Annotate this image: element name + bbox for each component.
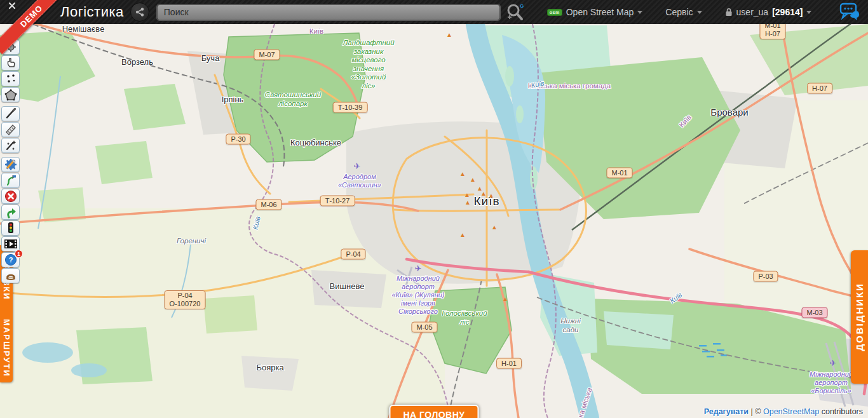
map-toolbar: ? 1 bbox=[1, 39, 20, 284]
header-bar: DEMO Логістика G osm Open Street Map bbox=[0, 0, 868, 24]
scales-icon bbox=[4, 269, 17, 282]
settings-button[interactable] bbox=[1, 157, 20, 172]
osm-mini-icon: osm bbox=[547, 9, 562, 16]
home-button[interactable]: НА ГОЛОВНУ bbox=[389, 405, 478, 418]
film-play-icon bbox=[4, 238, 18, 250]
lock-icon bbox=[725, 8, 733, 17]
brush-icon bbox=[5, 108, 17, 119]
traffic-light-icon bbox=[5, 222, 17, 234]
chevron-down-icon bbox=[806, 11, 811, 14]
map-canvas[interactable] bbox=[0, 24, 868, 418]
chat-icon bbox=[839, 3, 862, 22]
copyright-symbol: © bbox=[755, 407, 761, 416]
service-menu-label: Сервіс bbox=[665, 7, 693, 17]
search-input[interactable] bbox=[157, 4, 500, 20]
gear-wrench-icon bbox=[4, 158, 17, 171]
chat-button[interactable] bbox=[839, 3, 862, 24]
route-icon bbox=[5, 175, 17, 186]
pan-button[interactable] bbox=[1, 55, 20, 71]
chevron-down-icon bbox=[637, 11, 642, 14]
tab-directories[interactable]: ДОВІДНИКИ bbox=[851, 250, 868, 384]
user-id: [29614] bbox=[772, 7, 803, 17]
measure-button[interactable] bbox=[1, 122, 20, 137]
points-button[interactable] bbox=[1, 71, 20, 86]
wand-icon bbox=[4, 140, 17, 151]
route-button[interactable] bbox=[1, 173, 20, 188]
map-provider-label: Open Street Map bbox=[566, 7, 634, 17]
traffic-button[interactable] bbox=[1, 220, 20, 236]
close-icon[interactable] bbox=[8, 1, 17, 10]
map-provider-menu[interactable]: osm Open Street Map bbox=[547, 7, 643, 17]
dots-icon bbox=[5, 73, 17, 84]
tab-routes[interactable]: МАРШРУТИ bbox=[2, 314, 11, 382]
user-name: user_ua bbox=[736, 7, 769, 17]
osm-link[interactable]: OpenStreetMap bbox=[763, 407, 819, 416]
attribution-separator: | bbox=[751, 407, 753, 416]
share-button[interactable] bbox=[130, 3, 149, 22]
map-attribution: Редагувати | © OpenStreetMap contributor… bbox=[704, 407, 863, 416]
polygon-icon bbox=[4, 89, 17, 101]
reroute-button[interactable] bbox=[1, 205, 20, 220]
magic-button[interactable] bbox=[1, 138, 20, 153]
delete-button[interactable] bbox=[1, 189, 20, 204]
cargo-button[interactable] bbox=[1, 268, 20, 283]
hand-icon bbox=[5, 57, 17, 69]
tab-directories-label: ДОВІДНИКИ bbox=[854, 283, 865, 351]
chevron-down-icon bbox=[697, 11, 702, 14]
edit-link[interactable]: Редагувати bbox=[704, 407, 749, 416]
svg-text:?: ? bbox=[8, 256, 13, 264]
search-button[interactable]: G bbox=[505, 2, 524, 22]
search-g-label: G bbox=[520, 3, 524, 9]
map-render bbox=[0, 24, 868, 418]
green-arrow-icon bbox=[4, 206, 17, 219]
help-button[interactable]: ? 1 bbox=[1, 252, 20, 267]
notification-badge: 1 bbox=[15, 250, 23, 258]
polygon-button[interactable] bbox=[1, 87, 20, 102]
share-icon bbox=[135, 7, 145, 17]
app-title: Логістика bbox=[60, 4, 124, 20]
app-window: НемішаєвеВорзельБучаІрпіньКоцюбинськеВиш… bbox=[0, 0, 868, 418]
service-menu[interactable]: Сервіс bbox=[665, 7, 702, 17]
draw-button[interactable] bbox=[1, 106, 20, 121]
contributors-label: contributors bbox=[822, 407, 863, 416]
red-x-icon bbox=[4, 190, 17, 203]
ruler-icon bbox=[4, 124, 17, 135]
user-menu[interactable]: user_ua [29614] bbox=[725, 7, 812, 17]
